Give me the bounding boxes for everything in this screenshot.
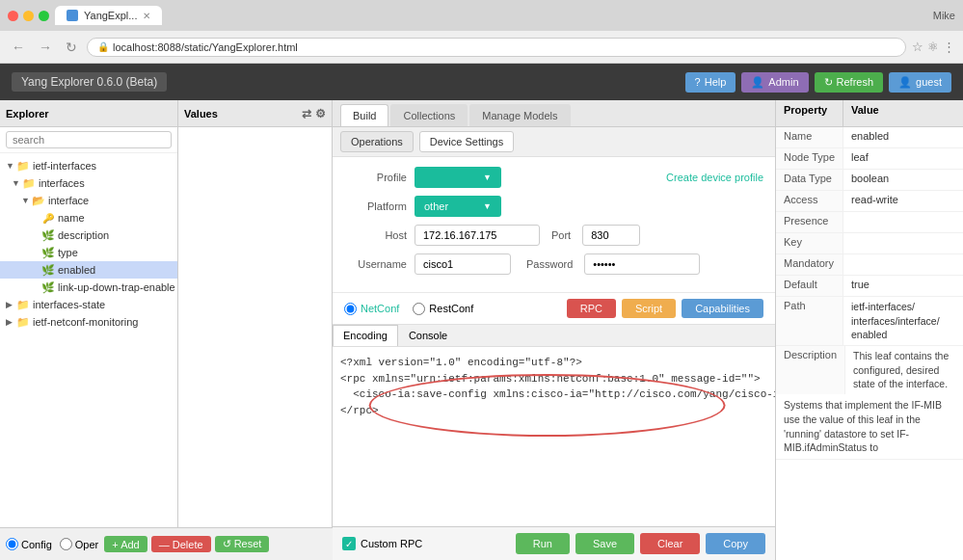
restconf-radio-label[interactable]: RestConf: [413, 303, 473, 315]
browser-tab[interactable]: YangExpl... ✕: [55, 6, 162, 25]
tree-label: ietf-interfaces: [33, 160, 96, 172]
password-input[interactable]: [584, 253, 700, 275]
ops-tab-operations[interactable]: Operations: [340, 131, 414, 152]
admin-button[interactable]: 👤 Admin: [741, 72, 808, 93]
port-input[interactable]: [582, 225, 640, 246]
rpc-button[interactable]: RPC: [567, 299, 616, 318]
tree-item-interfaces[interactable]: ▼ 📁 interfaces: [0, 174, 177, 192]
config-radio-label[interactable]: Config: [6, 538, 52, 550]
save-button[interactable]: Save: [575, 533, 634, 554]
tab-title: YangExpl...: [84, 10, 137, 21]
property-row-node-type: Node Type leaf: [776, 148, 963, 170]
tree-item-link-up-down[interactable]: 🌿 link-up-down-trap-enable: [0, 279, 177, 296]
explorer-label: Explorer: [6, 108, 49, 120]
create-profile-link[interactable]: Create device profile: [666, 172, 763, 183]
host-label: Host: [344, 229, 407, 241]
platform-dropdown[interactable]: other ▼: [415, 196, 501, 217]
back-button[interactable]: ←: [8, 38, 29, 57]
copy-button[interactable]: Copy: [706, 533, 765, 554]
refresh-icon: ↻: [824, 76, 833, 89]
refresh-button[interactable]: ↻ Refresh: [815, 72, 884, 93]
help-icon: ?: [695, 76, 701, 88]
netconf-radio[interactable]: [344, 303, 357, 315]
prop-value-data-type: boolean: [843, 170, 963, 190]
browser-actions: ☆ ⚛ ⋮: [912, 40, 955, 54]
folder-icon: 📁: [16, 315, 30, 329]
bookmark-icon[interactable]: ☆: [912, 40, 923, 54]
prop-value-key: [843, 233, 963, 253]
clear-button[interactable]: Clear: [640, 533, 700, 554]
script-button[interactable]: Script: [622, 299, 676, 318]
oper-radio-label[interactable]: Oper: [60, 538, 98, 550]
platform-label: Platform: [344, 200, 407, 212]
forward-button[interactable]: →: [35, 38, 56, 57]
tree-item-name[interactable]: 🔑 name: [0, 209, 177, 227]
search-input[interactable]: [6, 131, 172, 148]
close-button[interactable]: [8, 11, 18, 21]
app-header: Yang Explorer 0.6.0 (Beta) ? Help 👤 Admi…: [0, 64, 963, 100]
property-row-description: Description This leaf contains the confi…: [776, 346, 963, 460]
delete-button[interactable]: — Delete: [151, 536, 211, 552]
netconf-radio-label[interactable]: NetConf: [344, 303, 399, 315]
reload-button[interactable]: ↻: [62, 38, 81, 57]
menu-icon[interactable]: ⋮: [943, 40, 955, 54]
code-area[interactable]: <?xml version="1.0" encoding="utf-8"?> <…: [333, 347, 775, 526]
property-panel: Property Value Name enabled Node Type le…: [775, 100, 963, 560]
tab-close-icon[interactable]: ✕: [143, 11, 150, 21]
platform-control: other ▼: [415, 196, 763, 217]
prop-name-default: Default: [776, 276, 843, 296]
config-radio[interactable]: [6, 538, 18, 550]
tree-item-interface[interactable]: ▼ 📂 interface: [0, 192, 177, 209]
tab-manage-models[interactable]: Manage Models: [469, 104, 570, 126]
expand-icon[interactable]: ⇄: [302, 107, 311, 120]
oper-label: Oper: [75, 539, 98, 550]
prop-value-node-type: leaf: [843, 148, 963, 169]
oper-radio[interactable]: [60, 538, 72, 550]
folder-icon: 📁: [16, 298, 30, 311]
tab-build[interactable]: Build: [340, 104, 388, 126]
tree-item-ietf-interfaces[interactable]: ▼ 📁 ietf-interfaces: [0, 157, 177, 174]
values-header: Values ⇄ ⚙: [178, 100, 332, 127]
guest-icon: 👤: [898, 76, 912, 89]
tab-collections[interactable]: Collections: [390, 104, 468, 126]
custom-rpc-checkbox[interactable]: ✓ Custom RPC: [342, 537, 422, 550]
left-footer: Config Oper + Add — Delete ↺ Rese: [0, 527, 333, 560]
encoding-tab-encoding[interactable]: Encoding: [333, 325, 398, 346]
tree-item-description[interactable]: 🌿 description: [0, 227, 177, 244]
arrow-icon: ▶: [6, 300, 13, 309]
spacer: [31, 213, 39, 223]
username-input[interactable]: [415, 253, 511, 275]
prop-name-access: Access: [776, 191, 843, 211]
spacer: [31, 248, 39, 257]
center-footer: ✓ Custom RPC Run Save Clear Copy: [333, 526, 775, 560]
maximize-button[interactable]: [39, 11, 49, 21]
guest-button[interactable]: 👤 guest: [889, 72, 951, 93]
arrow-icon: ▼: [21, 196, 29, 205]
minimize-button[interactable]: [23, 11, 34, 21]
extensions-icon[interactable]: ⚛: [927, 40, 939, 54]
host-input[interactable]: [415, 225, 540, 246]
code-line-2: <rpc xmlns="urn:ietf:params:xmlns:netcon…: [340, 371, 767, 387]
reset-button[interactable]: ↺ Reset: [215, 536, 270, 552]
left-panels: Explorer ▼ 📁 ietf-interfaces: [0, 100, 333, 560]
address-bar[interactable]: 🔒 localhost:8088/static/YangExplorer.htm…: [87, 38, 906, 57]
tree-label: type: [58, 247, 78, 258]
encoding-tab-console[interactable]: Console: [398, 325, 458, 346]
help-button[interactable]: ? Help: [685, 72, 736, 93]
capabilities-button[interactable]: Capabilities: [682, 299, 763, 318]
tree-label: link-up-down-trap-enable: [58, 281, 175, 293]
tree-item-enabled[interactable]: 🌿 enabled: [0, 261, 177, 279]
property-row-key: Key: [776, 233, 963, 254]
admin-icon: 👤: [751, 76, 764, 89]
add-button[interactable]: + Add: [104, 536, 147, 552]
tree-item-interfaces-state[interactable]: ▶ 📁 interfaces-state: [0, 296, 177, 313]
tree-item-ietf-netconf[interactable]: ▶ 📁 ietf-netconf-monitoring: [0, 313, 177, 331]
profile-dropdown[interactable]: ▼: [415, 167, 501, 188]
run-button[interactable]: Run: [516, 533, 570, 554]
restconf-radio[interactable]: [413, 303, 425, 315]
browser-titlebar: YangExpl... ✕ Mike: [0, 0, 963, 31]
leaf-red-icon: 🌿: [41, 246, 55, 259]
settings-icon[interactable]: ⚙: [315, 107, 326, 120]
tree-item-type[interactable]: 🌿 type: [0, 244, 177, 261]
ops-tab-device-settings[interactable]: Device Settings: [419, 131, 514, 152]
